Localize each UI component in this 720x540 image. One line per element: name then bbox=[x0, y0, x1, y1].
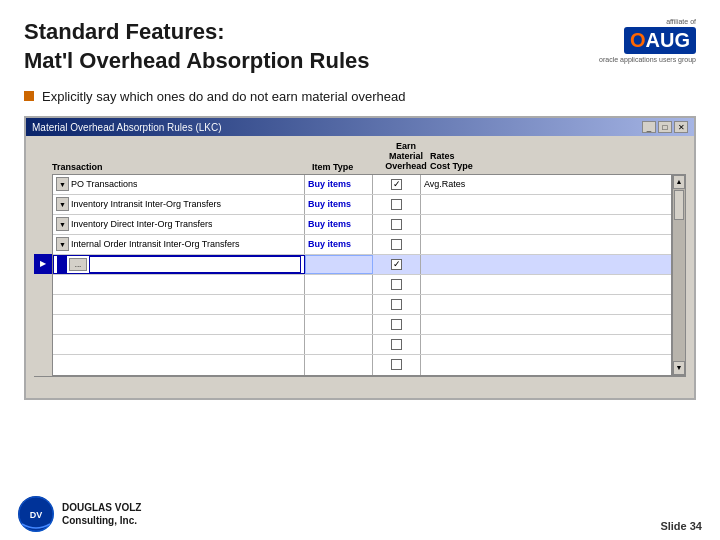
checkbox-3[interactable] bbox=[391, 239, 402, 250]
cell-transaction-5 bbox=[53, 275, 305, 294]
checkbox-2[interactable] bbox=[391, 219, 402, 230]
company-logo-icon: DV bbox=[18, 496, 54, 532]
ellipsis-btn-4[interactable]: ... bbox=[69, 258, 87, 271]
cell-item-type-4 bbox=[305, 255, 373, 274]
cell-item-type-1: Buy items bbox=[305, 195, 373, 214]
cell-rates-0: Avg.Rates bbox=[421, 175, 479, 194]
cell-checkbox-8[interactable] bbox=[373, 335, 421, 354]
cell-rates-1 bbox=[421, 195, 479, 214]
data-rows-container: ▶ ▼ PO Transactions Buy items bbox=[34, 174, 686, 376]
cell-rates-2 bbox=[421, 215, 479, 234]
table-row bbox=[53, 355, 671, 375]
table-row: ▼ Internal Order Intransit Inter-Org Tra… bbox=[53, 235, 671, 255]
checkbox-4[interactable] bbox=[391, 259, 402, 270]
data-rows: ▼ PO Transactions Buy items Avg.Rates ▼ bbox=[52, 174, 672, 376]
table-row bbox=[53, 295, 671, 315]
cell-checkbox-0[interactable] bbox=[373, 175, 421, 194]
column-headers: Transaction Item Type EarnMaterialOverhe… bbox=[52, 142, 686, 174]
cell-transaction-9 bbox=[53, 355, 305, 375]
row-indicator-0 bbox=[34, 174, 52, 194]
transaction-btn-1[interactable]: ▼ bbox=[56, 197, 69, 211]
cell-rates-6 bbox=[421, 295, 479, 314]
company-name: DOUGLAS VOLZConsulting, Inc. bbox=[62, 501, 141, 527]
cell-transaction-8 bbox=[53, 335, 305, 354]
checkbox-6[interactable] bbox=[391, 299, 402, 310]
cell-checkbox-2[interactable] bbox=[373, 215, 421, 234]
table-row: ▼ Inventory Direct Inter-Org Transfers B… bbox=[53, 215, 671, 235]
cell-rates-7 bbox=[421, 315, 479, 334]
cell-item-type-0: Buy items bbox=[305, 175, 373, 194]
slide-number: Slide 34 bbox=[660, 520, 702, 532]
cell-checkbox-6[interactable] bbox=[373, 295, 421, 314]
scrollbar[interactable]: ▲ ▼ bbox=[672, 174, 686, 376]
footer-logo: DV DOUGLAS VOLZConsulting, Inc. bbox=[18, 496, 141, 532]
close-button[interactable]: ✕ bbox=[674, 121, 688, 133]
logo-o: O bbox=[630, 29, 646, 52]
cell-transaction-4: ... bbox=[53, 255, 305, 274]
cell-transaction-2: ▼ Inventory Direct Inter-Org Transfers bbox=[53, 215, 305, 234]
svg-text:DV: DV bbox=[30, 510, 43, 520]
cell-item-type-7 bbox=[305, 315, 373, 334]
oracle-titlebar: Material Overhead Absorption Rules (LKC)… bbox=[26, 118, 694, 136]
oracle-window-wrapper: Material Overhead Absorption Rules (LKC)… bbox=[0, 116, 720, 400]
logo-aug: AUG bbox=[646, 29, 690, 52]
bullet-text: Explicitly say which ones do and do not … bbox=[42, 89, 406, 104]
window-title: Material Overhead Absorption Rules (LKC) bbox=[32, 122, 222, 133]
oracle-window: Material Overhead Absorption Rules (LKC)… bbox=[24, 116, 696, 400]
scrollbar-up-button[interactable]: ▲ bbox=[673, 175, 685, 189]
cell-checkbox-5[interactable] bbox=[373, 275, 421, 294]
checkbox-5[interactable] bbox=[391, 279, 402, 290]
row-indicator-2 bbox=[34, 214, 52, 234]
table-row: ▼ Inventory Intransit Inter-Org Transfer… bbox=[53, 195, 671, 215]
bullet-section: Explicitly say which ones do and do not … bbox=[0, 85, 720, 112]
cell-item-type-8 bbox=[305, 335, 373, 354]
row-indicator-4: ▶ bbox=[34, 254, 52, 274]
col-header-item-type: Item Type bbox=[312, 162, 382, 172]
cell-checkbox-4[interactable] bbox=[373, 255, 421, 274]
titlebar-controls[interactable]: _ □ ✕ bbox=[642, 121, 688, 133]
cell-item-type-5 bbox=[305, 275, 373, 294]
cell-checkbox-7[interactable] bbox=[373, 315, 421, 334]
scrollbar-thumb[interactable] bbox=[674, 190, 684, 220]
transaction-btn-0[interactable]: ▼ bbox=[56, 177, 69, 191]
header: Standard Features: Mat'l Overhead Absorp… bbox=[0, 0, 720, 85]
cell-checkbox-9[interactable] bbox=[373, 355, 421, 375]
col-header-rates-cost: RatesCost Type bbox=[430, 152, 490, 172]
table-row bbox=[53, 275, 671, 295]
transaction-btn-2[interactable]: ▼ bbox=[56, 217, 69, 231]
logo-area: affiliate of O AUG oracle applications u… bbox=[599, 18, 696, 63]
table-row bbox=[53, 315, 671, 335]
cell-checkbox-3[interactable] bbox=[373, 235, 421, 254]
table-row: ▼ PO Transactions Buy items Avg.Rates bbox=[53, 175, 671, 195]
checkbox-1[interactable] bbox=[391, 199, 402, 210]
row-indicator-7 bbox=[34, 314, 52, 334]
cell-transaction-3: ▼ Internal Order Intransit Inter-Org Tra… bbox=[53, 235, 305, 254]
row-indicator-8 bbox=[34, 334, 52, 354]
cell-rates-3 bbox=[421, 235, 479, 254]
checkbox-7[interactable] bbox=[391, 319, 402, 330]
cell-rates-9 bbox=[421, 355, 479, 375]
scrollbar-down-button[interactable]: ▼ bbox=[673, 361, 685, 375]
cell-item-type-3: Buy items bbox=[305, 235, 373, 254]
checkbox-0[interactable] bbox=[391, 179, 402, 190]
logo-subtitle: oracle applications users group bbox=[599, 56, 696, 63]
transaction-btn-3[interactable]: ▼ bbox=[56, 237, 69, 251]
cell-transaction-7 bbox=[53, 315, 305, 334]
row-indicators: ▶ bbox=[34, 174, 52, 376]
maximize-button[interactable]: □ bbox=[658, 121, 672, 133]
row-indicator-6 bbox=[34, 294, 52, 314]
bullet-item: Explicitly say which ones do and do not … bbox=[24, 89, 696, 104]
cell-transaction-1: ▼ Inventory Intransit Inter-Org Transfer… bbox=[53, 195, 305, 214]
cell-transaction-6 bbox=[53, 295, 305, 314]
col-header-transaction: Transaction bbox=[52, 162, 312, 172]
checkbox-8[interactable] bbox=[391, 339, 402, 350]
row-indicator-5 bbox=[34, 274, 52, 294]
scrollbar-track bbox=[673, 189, 685, 361]
row-indicator-1 bbox=[34, 194, 52, 214]
cell-checkbox-1[interactable] bbox=[373, 195, 421, 214]
cell-transaction-0: ▼ PO Transactions bbox=[53, 175, 305, 194]
checkbox-9[interactable] bbox=[391, 359, 402, 370]
minimize-button[interactable]: _ bbox=[642, 121, 656, 133]
table-row: ... bbox=[53, 255, 671, 275]
row-indicator-3 bbox=[34, 234, 52, 254]
